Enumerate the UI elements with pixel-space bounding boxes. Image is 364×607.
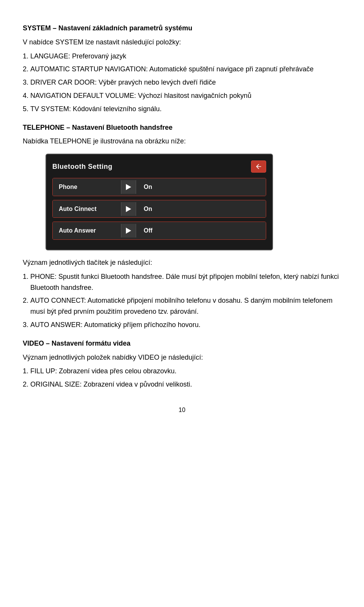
telephone-intro: Nabídka TELEPHONE je ilustrována na obrá…: [23, 136, 341, 147]
system-intro: V nabídce SYSTEM lze nastavit následujíc…: [23, 37, 341, 48]
video-intro: Význam jednotlivých položek nabídky VIDE…: [23, 352, 341, 363]
list-item: AUTOMATIC STARTUP NAVIGATION: Automatick…: [30, 64, 341, 75]
bluetooth-header: Bluetooth Setting: [52, 160, 266, 173]
auto-answer-label: Auto Answer: [53, 222, 121, 239]
arrow-right-icon: [126, 184, 131, 190]
auto-connect-row: Auto Cinnect On: [52, 200, 266, 218]
phone-label: Phone: [53, 178, 121, 196]
auto-answer-row: Auto Answer Off: [52, 222, 266, 240]
phone-row: Phone On: [52, 178, 266, 196]
list-item: DRIVER CAR DOOR: Výběr pravých nebo levý…: [30, 77, 341, 88]
arrow-right-icon: [126, 206, 131, 212]
auto-connect-label: Auto Cinnect: [53, 200, 121, 218]
auto-answer-value: Off: [136, 222, 266, 239]
arrow-right-icon: [126, 228, 131, 234]
auto-answer-arrow[interactable]: [121, 224, 136, 237]
list-item: ORIGINAL SIZE: Zobrazení videa v původní…: [30, 379, 341, 390]
list-item: NAVIGATION DEFAULT VOLUME: Výchozí hlasi…: [30, 90, 341, 101]
back-button[interactable]: [251, 160, 266, 173]
system-title: SYSTEM – Nastavení základních parametrů …: [23, 23, 341, 34]
meaning-list: PHONE: Spustit funkci Bluetooth handsfre…: [30, 271, 341, 330]
list-item: LANGUAGE: Preferovaný jazyk: [30, 51, 341, 62]
page-content: SYSTEM – Nastavení základních parametrů …: [23, 23, 341, 415]
list-item: AUTO CONNECT: Automatické připojení mobi…: [30, 295, 341, 317]
phone-value: On: [136, 178, 266, 196]
system-list: LANGUAGE: Preferovaný jazyk AUTOMATIC ST…: [30, 51, 341, 115]
list-item: TV SYSTEM: Kódování televizního signálu.: [30, 104, 341, 115]
list-item: AUTO ANSWER: Automatický příjem příchozí…: [30, 319, 341, 330]
video-title: VIDEO – Nastavení formátu videa: [23, 338, 341, 349]
back-icon: [255, 163, 262, 170]
video-list: FILL UP: Zobrazení videa přes celou obra…: [30, 366, 341, 390]
meaning-intro: Význam jednotlivých tlačítek je následuj…: [23, 257, 341, 268]
auto-connect-arrow[interactable]: [121, 202, 136, 216]
list-item: FILL UP: Zobrazení videa přes celou obra…: [30, 366, 341, 377]
list-item: PHONE: Spustit funkci Bluetooth handsfre…: [30, 271, 341, 293]
auto-connect-value: On: [136, 200, 266, 218]
page-number: 10: [23, 405, 341, 415]
bluetooth-title: Bluetooth Setting: [52, 161, 112, 172]
phone-arrow[interactable]: [121, 180, 136, 194]
bluetooth-panel: Bluetooth Setting Phone On Auto Cinnect …: [46, 154, 273, 250]
telephone-title: TELEPHONE – Nastavení Bluetooth handsfre…: [23, 122, 341, 133]
